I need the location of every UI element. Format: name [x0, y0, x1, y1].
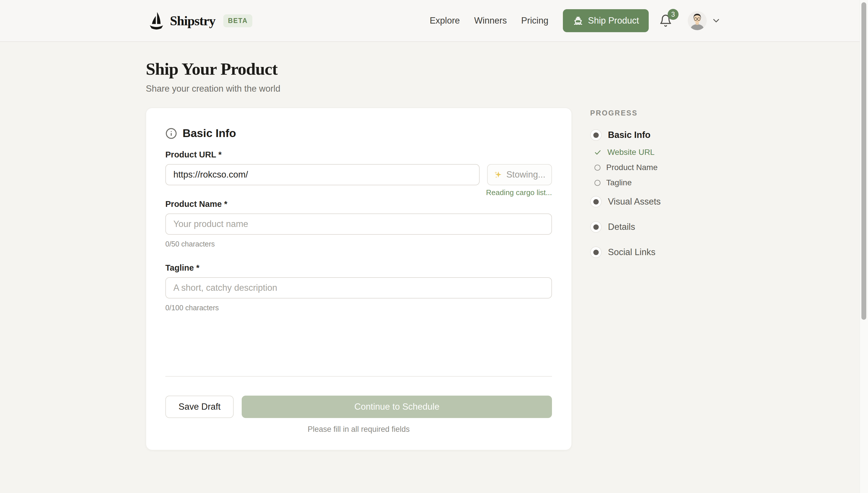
- circle-icon: [594, 165, 600, 171]
- top-navigation-bar: Shipstry BETA Explore Winners Pricing Sh…: [0, 0, 868, 42]
- section-title: Basic Info: [183, 127, 236, 140]
- product-name-field: Product Name * 0/50 characters: [165, 199, 552, 248]
- url-fetch-status: Reading cargo list...: [165, 188, 552, 197]
- substep-label: Product Name: [606, 163, 658, 172]
- beta-badge: BETA: [223, 14, 252, 27]
- progress-step-details[interactable]: Details: [590, 221, 725, 233]
- substep-tagline[interactable]: Tagline: [594, 178, 725, 187]
- notification-count-badge: 3: [668, 9, 679, 20]
- product-url-field: Product URL * Stowing... Reading cargo l…: [165, 150, 552, 197]
- ship-product-label: Ship Product: [588, 16, 639, 26]
- step-dot-icon: [590, 196, 602, 208]
- ship-product-button[interactable]: Ship Product: [563, 9, 649, 32]
- progress-step-visual-assets[interactable]: Visual Assets: [590, 196, 725, 208]
- vertical-scrollbar-thumb[interactable]: [861, 2, 866, 320]
- form-actions: Save Draft Continue to Schedule: [165, 395, 552, 418]
- user-avatar[interactable]: [688, 11, 707, 30]
- product-name-input[interactable]: [165, 213, 552, 235]
- tagline-counter: 0/100 characters: [165, 304, 552, 312]
- card-divider: [165, 376, 552, 377]
- info-icon: [165, 128, 177, 140]
- tagline-field: Tagline * 0/100 characters: [165, 263, 552, 312]
- nav-item-explore[interactable]: Explore: [430, 16, 460, 26]
- check-icon: [594, 149, 602, 156]
- fetch-url-label: Stowing...: [506, 170, 545, 180]
- chevron-down-icon: [711, 16, 721, 26]
- nav-item-pricing[interactable]: Pricing: [521, 16, 549, 26]
- step-label: Basic Info: [608, 130, 650, 140]
- brand[interactable]: Shipstry BETA: [146, 10, 252, 31]
- step-label: Visual Assets: [608, 196, 661, 207]
- vertical-scrollbar-track[interactable]: [860, 0, 868, 493]
- save-draft-button[interactable]: Save Draft: [165, 395, 234, 418]
- substep-label: Tagline: [606, 178, 632, 187]
- step-dot-icon: [590, 221, 602, 233]
- substep-website-url[interactable]: Website URL: [594, 148, 725, 157]
- notifications-button[interactable]: 3: [659, 14, 672, 28]
- basic-info-substeps: Website URL Product Name Tagline: [594, 148, 725, 187]
- main-content: Ship Your Product Share your creation wi…: [0, 42, 868, 450]
- substep-product-name[interactable]: Product Name: [594, 163, 725, 172]
- step-dot-icon: [590, 246, 602, 258]
- tagline-input[interactable]: [165, 277, 552, 299]
- circle-icon: [594, 180, 600, 186]
- step-label: Details: [608, 222, 635, 232]
- progress-step-basic-info[interactable]: Basic Info: [590, 129, 725, 141]
- required-fields-note: Please fill in all required fields: [165, 425, 552, 434]
- continue-button[interactable]: Continue to Schedule: [242, 395, 552, 418]
- step-label: Social Links: [608, 247, 655, 257]
- sailboat-icon: [146, 10, 167, 31]
- tagline-label: Tagline *: [165, 263, 552, 273]
- progress-sidebar: PROGRESS Basic Info Website URL P: [590, 108, 725, 258]
- product-name-counter: 0/50 characters: [165, 240, 552, 248]
- product-url-input[interactable]: [165, 164, 480, 185]
- nav-item-winners[interactable]: Winners: [474, 16, 507, 26]
- product-name-label: Product Name *: [165, 199, 552, 209]
- header-actions: Explore Winners Pricing Ship Product 3: [430, 9, 721, 32]
- sparkles-icon: [494, 170, 502, 179]
- brand-name: Shipstry: [170, 13, 215, 28]
- progress-step-social-links[interactable]: Social Links: [590, 246, 725, 258]
- progress-title: PROGRESS: [590, 109, 725, 117]
- ship-icon: [573, 15, 584, 26]
- section-heading: Basic Info: [165, 127, 552, 140]
- fetch-url-button[interactable]: Stowing...: [487, 164, 552, 185]
- page-title: Ship Your Product: [146, 59, 868, 79]
- user-avatar-illustration: [688, 11, 707, 30]
- basic-info-card: Basic Info Product URL * Stowing...: [146, 108, 572, 450]
- page-subtitle: Share your creation with the world: [146, 84, 868, 94]
- product-url-label: Product URL *: [165, 150, 552, 159]
- substep-label: Website URL: [608, 148, 655, 157]
- step-dot-icon: [590, 129, 602, 141]
- user-menu-chevron[interactable]: [711, 16, 721, 26]
